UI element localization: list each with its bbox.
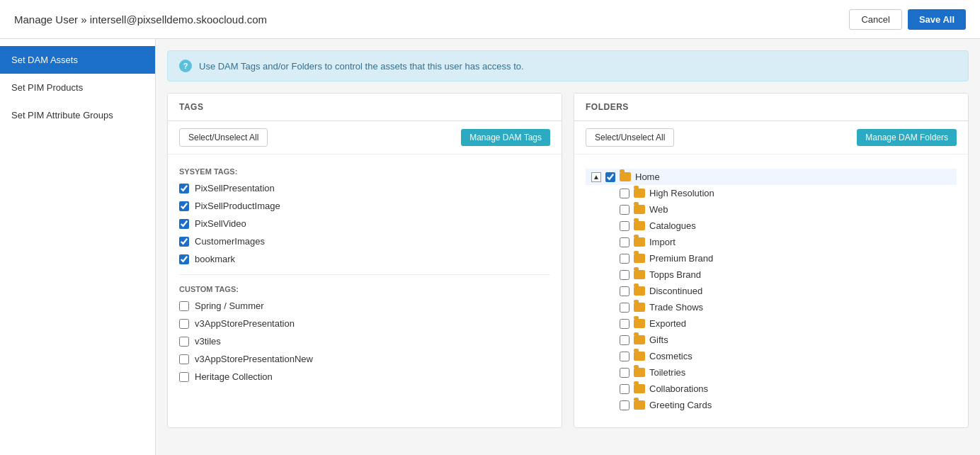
folder-tree: ▲ Home High Resolution <box>586 163 957 419</box>
folder-checkbox-13[interactable] <box>620 400 629 410</box>
list-item: Catalogues <box>586 218 957 234</box>
custom-tag-label-3: v3AppStorePresentationNew <box>195 354 313 364</box>
tags-select-all-button[interactable]: Select/Unselect All <box>179 128 268 147</box>
folder-label-5: Topps Brand <box>649 269 701 280</box>
info-banner-text: Use DAM Tags and/or Folders to control t… <box>199 61 524 72</box>
sidebar-item-set-dam-assets[interactable]: Set DAM Assets <box>0 46 155 74</box>
list-item: Import <box>586 234 957 250</box>
folder-icon <box>634 352 645 361</box>
header-actions: Cancel Save All <box>849 9 966 30</box>
folder-checkbox-8[interactable] <box>620 319 629 329</box>
list-item: PixSellProductImage <box>179 201 550 211</box>
list-item: v3tiles <box>179 336 550 347</box>
folder-icon <box>634 205 645 214</box>
folder-checkbox-12[interactable] <box>620 384 629 394</box>
custom-tag-label-0: Spring / Summer <box>195 300 264 311</box>
tags-panel-toolbar: Select/Unselect All Manage DAM Tags <box>168 121 562 155</box>
system-tag-label-2: PixSellVideo <box>195 218 246 229</box>
folder-icon <box>634 189 645 198</box>
list-item: Toiletries <box>586 364 957 381</box>
list-item: Heritage Collection <box>179 371 550 382</box>
system-tag-label-3: CustomerImages <box>195 236 265 247</box>
folder-icon <box>634 221 645 230</box>
custom-tag-checkbox-3[interactable] <box>179 354 189 364</box>
system-tag-label-4: bookmark <box>195 254 235 264</box>
folder-checkbox-6[interactable] <box>620 286 629 296</box>
custom-tag-label-1: v3AppStorePresentation <box>195 318 295 329</box>
folder-checkbox-2[interactable] <box>620 221 629 231</box>
list-item: Web <box>586 201 957 218</box>
save-button[interactable]: Save All <box>908 9 966 30</box>
tags-panel: TAGS Select/Unselect All Manage DAM Tags… <box>167 93 562 428</box>
folder-icon <box>620 172 631 181</box>
folder-label-0: High Resolution <box>649 188 714 198</box>
system-tag-label-1: PixSellProductImage <box>195 201 280 211</box>
tags-panel-body: SYSYEM TAGS: PixSellPresentation PixSell… <box>168 155 562 398</box>
folder-icon <box>634 303 645 312</box>
system-tags-label: SYSYEM TAGS: <box>179 167 550 176</box>
folder-label-7: Trade Shows <box>649 302 703 313</box>
layout: Set DAM Assets Set PIM Products Set PIM … <box>0 39 980 455</box>
system-tag-checkbox-3[interactable] <box>179 237 189 247</box>
system-tag-checkbox-1[interactable] <box>179 201 189 211</box>
folder-label-6: Discontinued <box>649 286 702 296</box>
system-tag-checkbox-4[interactable] <box>179 254 189 264</box>
sidebar-item-set-pim-attribute-groups[interactable]: Set PIM Attribute Groups <box>0 101 155 129</box>
folder-label-4: Premium Brand <box>649 253 713 264</box>
folders-panel-toolbar: Select/Unselect All Manage DAM Folders <box>574 121 968 155</box>
system-tag-checkbox-0[interactable] <box>179 184 189 193</box>
folder-checkbox-11[interactable] <box>620 368 629 378</box>
system-tag-checkbox-2[interactable] <box>179 219 189 229</box>
list-item: Premium Brand <box>586 250 957 266</box>
manage-dam-folders-button[interactable]: Manage DAM Folders <box>857 129 957 146</box>
info-banner: ? Use DAM Tags and/or Folders to control… <box>167 50 969 82</box>
list-item: v3AppStorePresentationNew <box>179 354 550 364</box>
system-tag-label-0: PixSellPresentation <box>195 183 275 193</box>
folder-label-13: Greeting Cards <box>649 400 712 410</box>
folder-label-12: Collaborations <box>649 383 708 394</box>
folder-label-9: Gifts <box>649 335 668 345</box>
folder-checkbox-0[interactable] <box>620 189 629 198</box>
folder-checkbox-7[interactable] <box>620 303 629 313</box>
manage-dam-tags-button[interactable]: Manage DAM Tags <box>461 129 550 146</box>
folder-label-3: Import <box>649 237 676 247</box>
folder-label-2: Catalogues <box>649 220 696 231</box>
folder-checkbox-10[interactable] <box>620 352 629 361</box>
folder-checkbox-3[interactable] <box>620 237 629 247</box>
folder-label-11: Toiletries <box>649 367 685 378</box>
folder-label-10: Cosmetics <box>649 351 693 361</box>
folder-checkbox-4[interactable] <box>620 254 629 264</box>
folder-checkbox-9[interactable] <box>620 335 629 345</box>
custom-tag-checkbox-1[interactable] <box>179 319 189 329</box>
folder-icon <box>634 270 645 279</box>
folder-icon <box>634 237 645 247</box>
list-item: Topps Brand <box>586 266 957 283</box>
folder-icon <box>634 335 645 344</box>
list-item: PixSellPresentation <box>179 183 550 193</box>
custom-tag-checkbox-2[interactable] <box>179 337 189 347</box>
custom-tags-label: CUSTOM TAGS: <box>179 285 550 293</box>
list-item: Exported <box>586 315 957 332</box>
custom-tag-label-4: Heritage Collection <box>195 371 273 382</box>
list-item: Discontinued <box>586 283 957 299</box>
custom-tag-checkbox-4[interactable] <box>179 372 189 382</box>
folder-checkbox-1[interactable] <box>620 205 629 215</box>
list-item: Trade Shows <box>586 299 957 315</box>
folders-select-all-button[interactable]: Select/Unselect All <box>586 128 674 147</box>
custom-tag-checkbox-0[interactable] <box>179 301 189 311</box>
list-item: bookmark <box>179 254 550 264</box>
custom-tag-label-2: v3tiles <box>195 336 221 347</box>
folder-label-1: Web <box>649 204 668 215</box>
folder-checkbox-5[interactable] <box>620 270 629 280</box>
cancel-button[interactable]: Cancel <box>849 9 901 30</box>
list-item: CustomerImages <box>179 236 550 247</box>
list-item: Collaborations <box>586 381 957 397</box>
sidebar-item-set-pim-products[interactable]: Set PIM Products <box>0 74 155 101</box>
folder-checkbox-home[interactable] <box>605 172 615 182</box>
panels: TAGS Select/Unselect All Manage DAM Tags… <box>167 93 969 428</box>
folder-icon <box>634 368 645 377</box>
folder-label-home: Home <box>635 172 660 182</box>
collapse-button[interactable]: ▲ <box>591 172 601 182</box>
info-icon: ? <box>179 60 192 72</box>
folder-icon <box>634 400 645 410</box>
